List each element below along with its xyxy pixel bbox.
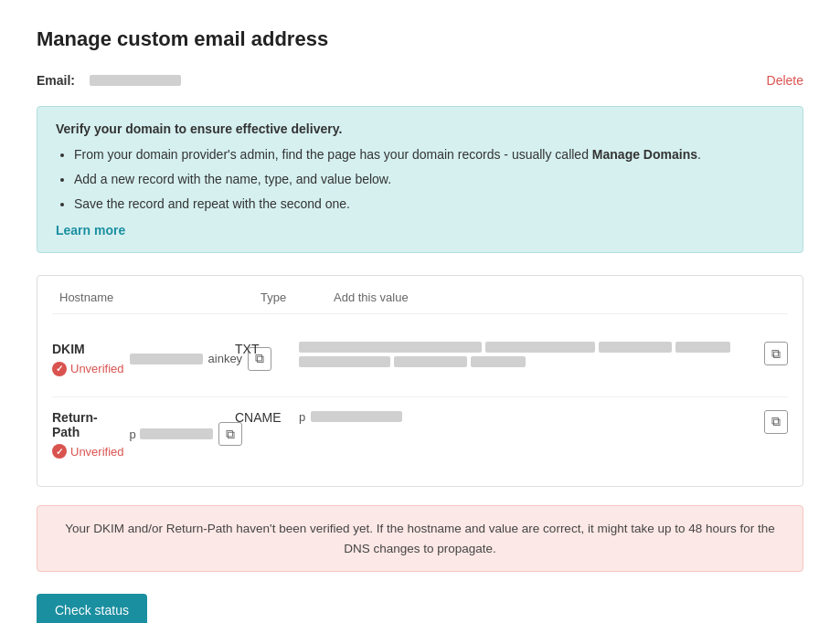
returnpath-unverified-text: Unverified [70, 445, 124, 459]
dkim-value-lines [299, 342, 751, 367]
email-row: Email: Delete [37, 73, 803, 88]
dkim-unverified-text: Unverified [70, 362, 124, 375]
table-header: Hostname Type Add this value [52, 290, 788, 314]
email-value [90, 75, 181, 86]
returnpath-hostname-copy-button[interactable]: ⧉ [218, 422, 242, 446]
returnpath-value-blurred [311, 411, 402, 422]
returnpath-label: Return-Path [52, 410, 124, 439]
returnpath-unverified-icon: ✓ [52, 444, 67, 459]
dkim-val-1d [675, 342, 730, 353]
learn-more-link[interactable]: Learn more [56, 223, 125, 238]
returnpath-name-wrapper: Return-Path ✓ Unverified [52, 410, 124, 459]
returnpath-value-content: p [299, 410, 751, 424]
dkim-hostname-blurred [130, 354, 203, 364]
dkim-value-col [299, 342, 751, 367]
returnpath-value-col: p [299, 410, 751, 424]
dkim-unverified: ✓ Unverified [52, 360, 124, 376]
dkim-value-copy-button[interactable]: ⧉ [764, 342, 788, 365]
check-status-button[interactable]: Check status [37, 594, 147, 623]
info-bullet-2: Add a new record with the name, type, an… [74, 170, 784, 189]
returnpath-value-prefix: p [299, 410, 305, 424]
bullet-1-text: From your domain provider's admin, find … [74, 147, 592, 162]
bullet-1-after: . [697, 147, 701, 162]
returnpath-hostname-prefix: p [130, 428, 136, 441]
dkim-row: DKIM ✓ Unverified ainkey ⧉ TXT [52, 329, 788, 389]
info-box-list: From your domain provider's admin, find … [56, 145, 784, 214]
bullet-1-bold: Manage Domains [592, 147, 697, 162]
header-type: Type [261, 290, 334, 304]
dkim-unverified-icon: ✓ [52, 362, 67, 376]
dkim-label: DKIM [52, 342, 124, 356]
info-bullet-3: Save the record and repeat with the seco… [74, 195, 784, 214]
header-value: Add this value [334, 290, 788, 304]
dkim-name-wrapper: DKIM ✓ Unverified [52, 342, 124, 376]
returnpath-type: CNAME [235, 410, 282, 425]
returnpath-row: Return-Path ✓ Unverified p ⧉ CNAME p [52, 396, 788, 472]
header-hostname: Hostname [59, 290, 261, 304]
returnpath-unverified: ✓ Unverified [52, 443, 124, 459]
dkim-hostname-col: DKIM ✓ Unverified ainkey ⧉ [52, 342, 235, 376]
dkim-value-copy-col: ⧉ [751, 342, 788, 365]
info-box: Verify your domain to ensure effective d… [37, 106, 803, 253]
page-title: Manage custom email address [37, 27, 803, 51]
dkim-val-1b [485, 342, 595, 353]
dkim-value-line-2 [299, 356, 751, 367]
dkim-type-col: TXT [235, 342, 299, 356]
returnpath-hostname-col: Return-Path ✓ Unverified p ⧉ [52, 410, 235, 459]
dkim-val-2c [471, 356, 526, 367]
dkim-val-1a [299, 342, 482, 353]
dkim-hostname-content: ainkey [130, 352, 243, 365]
dkim-unverified-badge: ✓ Unverified [52, 362, 124, 376]
dkim-val-1c [599, 342, 672, 353]
returnpath-value-copy-button[interactable]: ⧉ [764, 410, 788, 434]
returnpath-hostname-blurred [140, 428, 213, 439]
returnpath-value-copy-col: ⧉ [751, 410, 788, 434]
warning-box: Your DKIM and/or Return-Path haven't bee… [37, 505, 803, 572]
info-box-title: Verify your domain to ensure effective d… [56, 121, 784, 136]
returnpath-unverified-badge: ✓ Unverified [52, 444, 124, 459]
dkim-val-2a [299, 356, 390, 367]
info-bullet-1: From your domain provider's admin, find … [74, 145, 784, 164]
dkim-type: TXT [235, 342, 259, 356]
returnpath-type-col: CNAME [235, 410, 299, 425]
dkim-value-line-1 [299, 342, 751, 353]
email-label: Email: [37, 73, 75, 88]
dkim-val-2b [394, 356, 467, 367]
delete-link[interactable]: Delete [767, 73, 803, 88]
records-table: Hostname Type Add this value DKIM ✓ Unve… [37, 275, 803, 487]
returnpath-hostname-content: p [130, 428, 213, 441]
warning-text: Your DKIM and/or Return-Path haven't bee… [65, 522, 775, 555]
